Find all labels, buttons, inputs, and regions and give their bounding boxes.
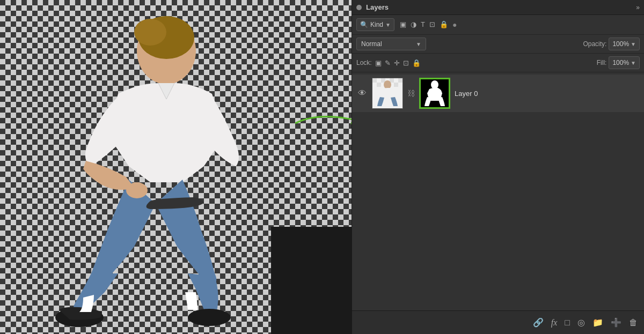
titlebar-icons: » (636, 4, 640, 11)
link-layers-icon[interactable]: 🔗 (533, 317, 544, 328)
layer-name: Layer 0 (455, 90, 639, 98)
fill-section: Fill: 100% ▼ (597, 56, 640, 69)
new-layer-icon[interactable]: ➕ (611, 317, 621, 328)
mask-thumb-svg (421, 79, 449, 107)
layer-thumb-svg (372, 78, 402, 108)
layer-thumbnail-main (372, 78, 403, 109)
fill-display: 100% (612, 59, 629, 66)
fill-chevron: ▼ (631, 60, 636, 66)
lock-label: Lock: (356, 59, 372, 66)
lock-pixels-icon[interactable]: ▣ (375, 59, 382, 67)
blend-mode-dropdown[interactable]: Normal ▼ (356, 38, 426, 50)
opacity-section: Opacity: 100% ▼ (583, 38, 640, 50)
type-filter-icon[interactable]: T (421, 20, 425, 29)
lock-artboard-icon[interactable]: ⊡ (403, 59, 409, 67)
filter-icons: ▣ ◑ T ⊡ 🔒 ● (400, 20, 457, 29)
lock-fill-row: Lock: ▣ ✎ ✛ ⊡ 🔒 Fill: 100% ▼ (352, 54, 644, 72)
fill-label: Fill: (597, 59, 607, 66)
adjustment-filter-icon[interactable]: ◑ (411, 20, 416, 29)
svg-rect-9 (372, 78, 377, 83)
collapse-icon[interactable]: » (636, 4, 640, 11)
svg-point-2 (134, 19, 166, 46)
svg-point-6 (126, 182, 148, 198)
pixel-filter-icon[interactable]: ▣ (400, 20, 406, 29)
group-layers-icon[interactable]: 📁 (592, 317, 603, 328)
layers-list: 👁 ⛓ (352, 72, 644, 310)
person-figure (0, 0, 352, 334)
kind-label: Kind (370, 21, 383, 28)
svg-rect-15 (394, 83, 398, 87)
delete-layer-icon[interactable]: 🗑 (629, 318, 638, 328)
svg-point-16 (384, 80, 391, 89)
kind-dropdown[interactable]: 🔍 Kind ▼ (356, 18, 394, 31)
lock-paint-icon[interactable]: ✎ (385, 59, 391, 67)
smart-filter-icon[interactable]: 🔒 (440, 20, 448, 29)
layer-thumbnail-mask (419, 78, 450, 109)
layers-panel: Layers » 🔍 Kind ▼ ▣ ◑ T ⊡ 🔒 ● Normal ▼ O… (352, 0, 644, 334)
svg-point-18 (431, 80, 438, 89)
lock-move-icon[interactable]: ✛ (394, 59, 400, 67)
close-button[interactable] (356, 5, 362, 10)
layer-item[interactable]: 👁 ⛓ (352, 75, 644, 112)
blend-opacity-row: Normal ▼ Opacity: 100% ▼ (352, 35, 644, 54)
active-filter-icon[interactable]: ● (452, 20, 457, 29)
opacity-input[interactable]: 100% ▼ (609, 38, 640, 50)
layers-titlebar: Layers » (352, 0, 644, 15)
layers-panel-title: Layers (366, 3, 389, 11)
kind-toolbar: 🔍 Kind ▼ ▣ ◑ T ⊡ 🔒 ● (352, 15, 644, 35)
svg-rect-13 (377, 83, 381, 87)
layer-mask-icon[interactable]: □ (565, 318, 570, 328)
shape-filter-icon[interactable]: ⊡ (429, 20, 435, 29)
canvas-area (0, 0, 352, 334)
blend-chevron: ▼ (416, 41, 421, 47)
svg-rect-12 (398, 78, 402, 83)
kind-chevron: ▼ (385, 22, 391, 28)
titlebar-left: Layers (356, 3, 389, 11)
adjustment-layer-icon[interactable]: ◎ (577, 317, 585, 328)
lock-icons: ▣ ✎ ✛ ⊡ 🔒 (375, 59, 421, 67)
search-icon: 🔍 (360, 21, 368, 28)
svg-point-5 (188, 309, 231, 326)
fill-input[interactable]: 100% ▼ (609, 56, 640, 69)
blend-mode-value: Normal (361, 40, 382, 48)
lock-all-icon[interactable]: 🔒 (412, 59, 421, 67)
layer-effects-icon[interactable]: fx (551, 318, 558, 328)
layers-bottom-toolbar: 🔗 fx □ ◎ 📁 ➕ 🗑 (352, 310, 644, 334)
opacity-chevron: ▼ (631, 41, 636, 47)
opacity-label: Opacity: (583, 40, 606, 48)
opacity-display: 100% (612, 40, 629, 48)
chain-link-icon: ⛓ (407, 89, 415, 98)
visibility-toggle[interactable]: 👁 (357, 88, 368, 98)
